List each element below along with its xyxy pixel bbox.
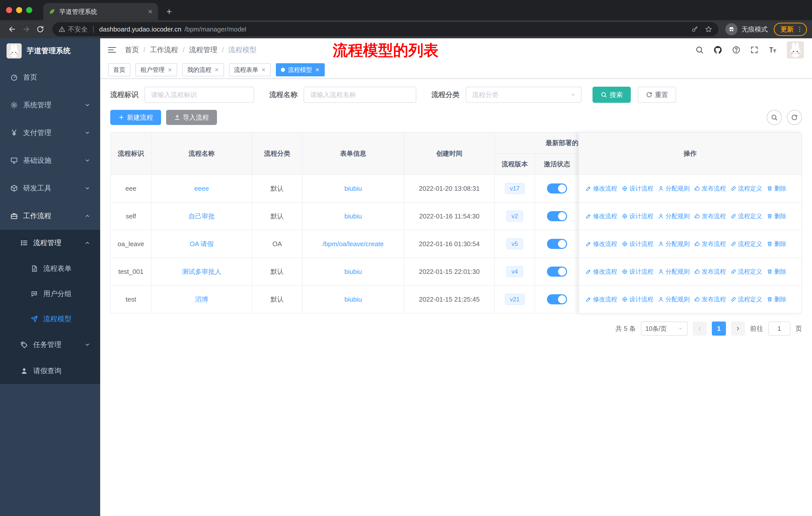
view-tag-process-form[interactable]: 流程表单	[229, 63, 271, 76]
sidebar-item-process-model[interactable]: 流程模型	[0, 306, 100, 332]
close-icon[interactable]	[315, 67, 320, 72]
assign-rule-link[interactable]: 分配规则	[658, 240, 690, 248]
view-tag-my-process[interactable]: 我的流程	[182, 63, 224, 76]
edit-process-link[interactable]: 修改流程	[585, 212, 617, 220]
sidebar-item-home[interactable]: 首页	[0, 63, 100, 91]
fullscreen-icon[interactable]	[750, 46, 759, 54]
refresh-table-button[interactable]	[787, 110, 802, 125]
prev-page-button[interactable]	[693, 322, 707, 335]
view-tag-process-model[interactable]: 流程模型	[276, 63, 325, 76]
process-name-input[interactable]	[303, 87, 416, 103]
back-button[interactable]	[5, 22, 19, 36]
publish-process-link[interactable]: 发布流程	[694, 184, 726, 192]
current-page-button[interactable]: 1	[712, 322, 726, 335]
form-info-link[interactable]: biubiu	[344, 185, 362, 192]
reload-button[interactable]	[33, 22, 47, 36]
sidebar-item-workflow[interactable]: 工作流程	[0, 202, 100, 230]
active-toggle[interactable]	[547, 294, 567, 304]
design-process-link[interactable]: 设计流程	[622, 240, 654, 248]
search-button[interactable]: 搜索	[592, 87, 631, 103]
close-icon[interactable]	[168, 67, 172, 72]
browser-tab[interactable]: 芋道管理系统	[43, 3, 158, 20]
publish-process-link[interactable]: 发布流程	[694, 295, 726, 303]
password-key-icon[interactable]	[691, 25, 699, 33]
process-name-link[interactable]: 自己审批	[188, 212, 215, 221]
search-icon[interactable]	[695, 46, 704, 54]
edit-process-link[interactable]: 修改流程	[585, 295, 617, 303]
sidebar-item-system[interactable]: 系统管理	[0, 91, 100, 119]
assign-rule-link[interactable]: 分配规则	[658, 184, 690, 192]
security-chip[interactable]: 不安全	[58, 25, 88, 34]
publish-process-link[interactable]: 发布流程	[694, 268, 726, 276]
active-toggle[interactable]	[547, 239, 567, 249]
new-tab-button[interactable]	[162, 4, 176, 19]
view-tag-tenant[interactable]: 租户管理	[136, 63, 177, 76]
delete-process-link[interactable]: 删除	[767, 212, 786, 220]
active-toggle[interactable]	[547, 211, 567, 221]
edit-process-link[interactable]: 修改流程	[585, 184, 617, 192]
delete-process-link[interactable]: 删除	[767, 240, 786, 248]
process-definition-link[interactable]: 流程定义	[730, 212, 762, 220]
assign-rule-link[interactable]: 分配规则	[658, 295, 690, 303]
import-process-button[interactable]: 导入流程	[166, 110, 217, 125]
active-toggle[interactable]	[547, 184, 567, 193]
process-name-link[interactable]: 滔博	[195, 295, 208, 304]
forward-button[interactable]	[19, 22, 33, 36]
design-process-link[interactable]: 设计流程	[622, 184, 654, 192]
active-toggle[interactable]	[547, 267, 567, 277]
sidebar-item-process-management[interactable]: 流程管理	[0, 230, 100, 256]
hamburger-icon[interactable]	[107, 45, 117, 55]
form-info-link[interactable]: biubiu	[344, 212, 362, 220]
design-process-link[interactable]: 设计流程	[622, 295, 654, 303]
app-logo[interactable]: 芋道管理系统	[0, 38, 100, 63]
form-info-link[interactable]: /bpm/oa/leave/create	[323, 240, 384, 248]
sidebar-item-task-management[interactable]: 任务管理	[0, 332, 100, 358]
sidebar-item-infrastructure[interactable]: 基础设施	[0, 147, 100, 174]
sidebar-item-user-group[interactable]: 用户分组	[0, 281, 100, 306]
close-icon[interactable]	[214, 67, 219, 72]
process-category-select[interactable]: 流程分类	[466, 87, 581, 103]
process-name-link[interactable]: eeee	[194, 185, 209, 192]
process-definition-link[interactable]: 流程定义	[730, 240, 762, 248]
window-close-button[interactable]	[6, 7, 12, 13]
breadcrumb-process-management[interactable]: 流程管理	[189, 45, 218, 55]
page-size-select[interactable]: 10条/页	[641, 322, 688, 335]
font-size-icon[interactable]	[768, 45, 777, 54]
create-process-button[interactable]: 新建流程	[110, 110, 161, 125]
sidebar-item-leave-query[interactable]: 请假查询	[0, 358, 100, 384]
form-info-link[interactable]: biubiu	[344, 268, 362, 276]
edit-process-link[interactable]: 修改流程	[585, 268, 617, 276]
goto-page-input[interactable]	[768, 322, 790, 335]
publish-process-link[interactable]: 发布流程	[694, 240, 726, 248]
bookmark-star-icon[interactable]	[705, 25, 712, 33]
update-button[interactable]: 更新	[774, 23, 807, 36]
process-id-input[interactable]	[144, 87, 254, 103]
form-info-link[interactable]: biubiu	[344, 296, 362, 303]
breadcrumb-workflow[interactable]: 工作流程	[150, 45, 178, 55]
window-zoom-button[interactable]	[26, 7, 32, 13]
publish-process-link[interactable]: 发布流程	[694, 212, 726, 220]
process-name-link[interactable]: 测试多审批人	[182, 267, 221, 276]
process-definition-link[interactable]: 流程定义	[730, 184, 762, 192]
delete-process-link[interactable]: 删除	[767, 268, 786, 276]
tab-close-icon[interactable]	[147, 9, 153, 15]
close-icon[interactable]	[261, 67, 266, 72]
sidebar-item-payment[interactable]: 支付管理	[0, 119, 100, 147]
process-name-link[interactable]: OA 请假	[190, 240, 213, 248]
assign-rule-link[interactable]: 分配规则	[658, 212, 690, 220]
window-minimize-button[interactable]	[16, 7, 22, 13]
breadcrumb-home[interactable]: 首页	[125, 45, 139, 55]
view-tag-home[interactable]: 首页	[108, 63, 130, 76]
design-process-link[interactable]: 设计流程	[622, 212, 654, 220]
next-page-button[interactable]	[731, 322, 745, 335]
address-bar[interactable]: 不安全 dashboard.yudao.iocoder.cn/bpm/manag…	[52, 22, 718, 36]
delete-process-link[interactable]: 删除	[767, 295, 786, 303]
user-avatar[interactable]	[787, 41, 804, 58]
design-process-link[interactable]: 设计流程	[622, 268, 654, 276]
toggle-search-button[interactable]	[767, 110, 782, 125]
sidebar-item-dev-tools[interactable]: 研发工具	[0, 174, 100, 202]
assign-rule-link[interactable]: 分配规则	[658, 268, 690, 276]
process-definition-link[interactable]: 流程定义	[730, 295, 762, 303]
reset-button[interactable]: 重置	[638, 87, 676, 103]
edit-process-link[interactable]: 修改流程	[585, 240, 617, 248]
